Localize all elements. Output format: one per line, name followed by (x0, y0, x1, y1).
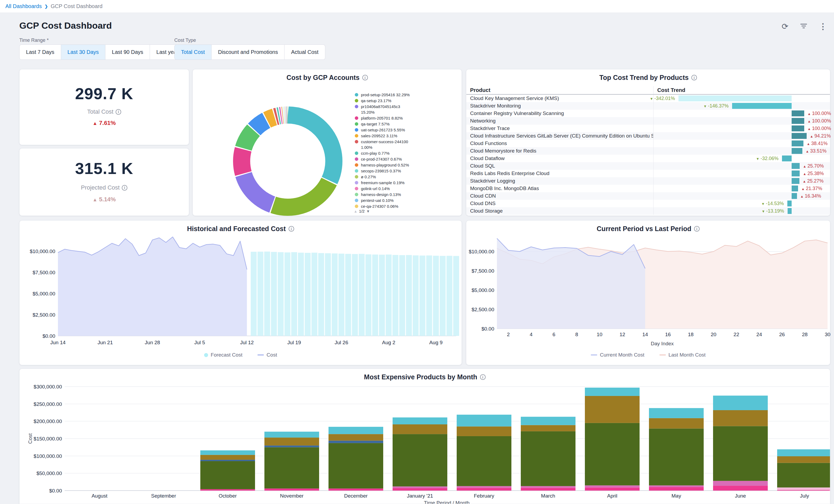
table-row[interactable]: Cloud Key Management Service (KMS)▼-342.… (466, 95, 830, 102)
legend-page-up-icon[interactable]: ▲ (354, 209, 357, 213)
time-range-option-last-90-days[interactable]: Last 90 Days (105, 44, 150, 60)
table-row[interactable]: Redis Labs Redis Enterprise Cloud▲25.38% (466, 170, 830, 177)
legend-item[interactable]: qa-target 7.57% (355, 121, 462, 127)
bar-segment-cyan[interactable] (585, 388, 640, 396)
time-range-option-last-7-days[interactable]: Last 7 Days (19, 44, 61, 60)
table-row[interactable]: MongoDB Inc. MongoDB Atlas▲21.37% (466, 185, 830, 192)
bar-segment-magenta[interactable] (457, 488, 511, 490)
legend-item[interactable]: platform-205701 8.82% (355, 115, 462, 121)
table-row[interactable]: Networking▲100.00% (466, 117, 830, 125)
bar-segment-magenta[interactable] (777, 490, 830, 490)
legend-item[interactable]: pr10406a87045145c3 15.20% (355, 104, 462, 115)
bar-segment-orchid[interactable] (457, 486, 511, 488)
bar-segment-cyan[interactable] (329, 427, 383, 434)
bar-segment-brown[interactable] (393, 424, 447, 434)
refresh-icon[interactable]: ⟳ (782, 23, 788, 30)
info-icon[interactable]: i (122, 185, 127, 191)
legend-item[interactable]: ce-qa-274307 0.06% (355, 203, 462, 209)
legend-item-forecast-cost[interactable]: Forecast Cost (204, 352, 242, 358)
bar-segment-cyan[interactable] (521, 417, 575, 425)
table-row[interactable]: Cloud Storage▼-13.19% (466, 207, 830, 215)
bar-segment-magenta[interactable] (585, 487, 640, 490)
bar-segment-steel-blue[interactable] (329, 441, 383, 443)
table-row[interactable]: Cloud Infrastructure Services GitLab Ser… (466, 132, 830, 140)
column-header-product[interactable]: Product (466, 86, 653, 94)
table-row[interactable]: Cloud Memorystore for Redis▲33.51% (466, 147, 830, 155)
bar-segment-orchid[interactable] (393, 486, 447, 488)
legend-page-down-icon[interactable]: ▼ (366, 209, 370, 213)
time-range-option-last-30-days[interactable]: Last 30 Days (61, 44, 106, 60)
table-row[interactable]: Stackdriver Monitoring▼-146.37% (466, 102, 830, 110)
bar-segment-magenta[interactable] (393, 488, 447, 490)
bar-segment-magenta[interactable] (649, 487, 704, 490)
bar-segment-olive-green[interactable] (264, 447, 319, 488)
legend-item[interactable]: ce-prod-274307 0.67% (355, 156, 462, 162)
bar-segment-olive-green[interactable] (713, 426, 768, 481)
bar-segment-cyan[interactable] (777, 449, 830, 456)
bar-segment-steel-blue[interactable] (200, 460, 255, 461)
bar-segment-brown[interactable] (585, 396, 640, 423)
cost-type-option-actual-cost[interactable]: Actual Cost (285, 44, 325, 60)
cost-type-option-discount-and-promotions[interactable]: Discount and Promotions (212, 44, 285, 60)
bar-segment-olive-green[interactable] (329, 443, 383, 488)
bar-segment-olive-green[interactable] (585, 423, 640, 485)
historical-forecast-chart[interactable]: $0.00$2,500.00$5,000.00$7,500.00$10,000.… (20, 221, 462, 366)
legend-item[interactable]: pentest-uat 0.10% (355, 198, 462, 203)
table-row[interactable]: Cloud Functions▲38.41% (466, 140, 830, 147)
bar-segment-olive-green[interactable] (649, 429, 704, 485)
bar-segment-magenta[interactable] (521, 488, 575, 490)
legend-item-current-month-cost[interactable]: Current Month Cost (591, 352, 644, 358)
bar-segment-brown[interactable] (713, 410, 768, 426)
table-row[interactable]: Cloud CDN▲16.34% (466, 192, 830, 200)
bar-segment-brown[interactable] (521, 425, 575, 431)
bar-segment-orchid[interactable] (521, 486, 575, 488)
table-row[interactable]: Stackdriver Trace▲100.00% (466, 125, 830, 132)
bar-segment-light-pink[interactable] (777, 487, 830, 490)
table-row[interactable]: Stackdriver Logging▲25.27% (466, 177, 830, 185)
bar-segment-brown[interactable] (264, 438, 319, 445)
bar-segment-brown[interactable] (200, 455, 255, 460)
gcp-accounts-donut-chart[interactable] (226, 100, 349, 223)
filter-icon[interactable] (800, 23, 808, 30)
bar-segment-olive-green[interactable] (457, 436, 511, 486)
bar-segment-cyan[interactable] (264, 432, 319, 438)
bar-segment-orchid[interactable] (585, 485, 640, 488)
monthly-products-bar-chart[interactable]: AugustSeptemberOctoberNovemberDecemberJa… (20, 369, 830, 504)
legend-item[interactable]: qa-setup 23.17% (355, 98, 462, 104)
breadcrumb-link-all-dashboards[interactable]: All Dashboards (5, 3, 42, 9)
bar-segment-magenta[interactable] (329, 488, 383, 490)
bar-segment-cyan[interactable] (457, 415, 511, 426)
legend-item[interactable]: sales-209522 3.11% (355, 133, 462, 138)
column-header-cost-trend[interactable]: Cost Trend (653, 86, 830, 94)
bar-segment-brown[interactable] (329, 434, 383, 441)
info-icon[interactable]: i (692, 75, 697, 81)
legend-item[interactable]: harness-playground 0.52% (355, 162, 462, 168)
bar-segment-cyan[interactable] (200, 451, 255, 455)
legend-item[interactable]: golink-url 0.14% (355, 186, 462, 192)
bar-segment-olive-green[interactable] (521, 431, 575, 486)
info-icon[interactable]: i (115, 109, 121, 115)
bar-segment-olive-green[interactable] (200, 461, 255, 489)
legend-item-last-month-cost[interactable]: Last Month Cost (659, 352, 705, 358)
bar-segment-olive-green[interactable] (777, 463, 830, 488)
legend-item[interactable]: secops-239815 0.37% (355, 168, 462, 174)
kebab-menu-icon[interactable]: ⋮ (819, 23, 827, 30)
table-row[interactable]: Cloud Dataflow▼-32.06% (466, 155, 830, 162)
bar-segment-orchid[interactable] (713, 481, 768, 486)
bar-segment-orchid[interactable] (649, 485, 704, 487)
legend-item-cost[interactable]: Cost (258, 352, 277, 358)
legend-item[interactable]: ccm-play 0.77% (355, 150, 462, 156)
legend-item[interactable]: customer-success-244100 1.00% (355, 139, 462, 150)
bar-segment-magenta[interactable] (200, 489, 255, 490)
table-row[interactable]: Cloud DNS▼-14.53% (466, 200, 830, 207)
bar-segment-olive-green[interactable] (393, 434, 447, 486)
legend-item[interactable]: freemium-sample 0.19% (355, 180, 462, 185)
bar-segment-brown[interactable] (649, 418, 704, 429)
current-vs-last-chart[interactable]: $0.00$2,500.00$5,000.00$7,500.00$10,000.… (466, 221, 831, 366)
info-icon[interactable]: i (362, 75, 368, 81)
bar-segment-cyan[interactable] (393, 417, 447, 424)
bar-segment-magenta[interactable] (713, 486, 768, 490)
bar-segment-brown[interactable] (457, 426, 511, 436)
table-row[interactable]: Container Registry Vulnerability Scannin… (466, 110, 830, 117)
bar-segment-steel-blue[interactable] (264, 445, 319, 447)
